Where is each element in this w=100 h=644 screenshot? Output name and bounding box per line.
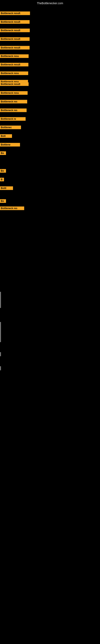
bottleneck-badge: Bottleneck res	[0, 100, 27, 104]
vertical-line	[0, 352, 1, 356]
bottleneck-badge: Bottleneck resu	[0, 91, 28, 95]
bottleneck-badge: Bottleneck resu	[0, 72, 28, 75]
site-title: TheBottlenecker.com	[0, 2, 100, 5]
bottleneck-badge: Bo	[0, 199, 6, 203]
vertical-line	[0, 322, 1, 338]
bottleneck-badge: Bottl	[0, 186, 13, 190]
vertical-line	[0, 292, 1, 308]
bottleneck-badge: Bottleneck res	[0, 206, 24, 210]
bottleneck-badge: Bottleneck result	[0, 46, 30, 50]
bottleneck-badge: Bottleneck res	[0, 108, 27, 112]
bottleneck-badge: Bottleneck result	[0, 37, 30, 41]
bottleneck-badge: Bottleneck result	[0, 12, 30, 15]
bottleneck-badge: Bottleneck result	[0, 63, 28, 66]
bottleneck-badge: Bottleneck resu	[0, 54, 29, 58]
bottleneck-badge: Bo	[0, 151, 6, 155]
vertical-line	[0, 338, 1, 342]
bottleneck-badge: Bott	[0, 134, 12, 138]
bottleneck-badge: Bo	[0, 169, 6, 173]
vertical-line	[0, 366, 1, 370]
bottleneck-badge: Bottleneck re	[0, 117, 26, 121]
bottleneck-badge: Bottleneck result	[0, 82, 29, 86]
bottleneck-badge: Bottleneck result	[0, 28, 30, 32]
bottleneck-badge: Bottleneck result	[0, 20, 30, 24]
bottleneck-badge: Bottlenec	[0, 126, 21, 129]
bottleneck-badge: Bottlene	[0, 143, 20, 146]
bottleneck-badge: B	[0, 178, 4, 181]
